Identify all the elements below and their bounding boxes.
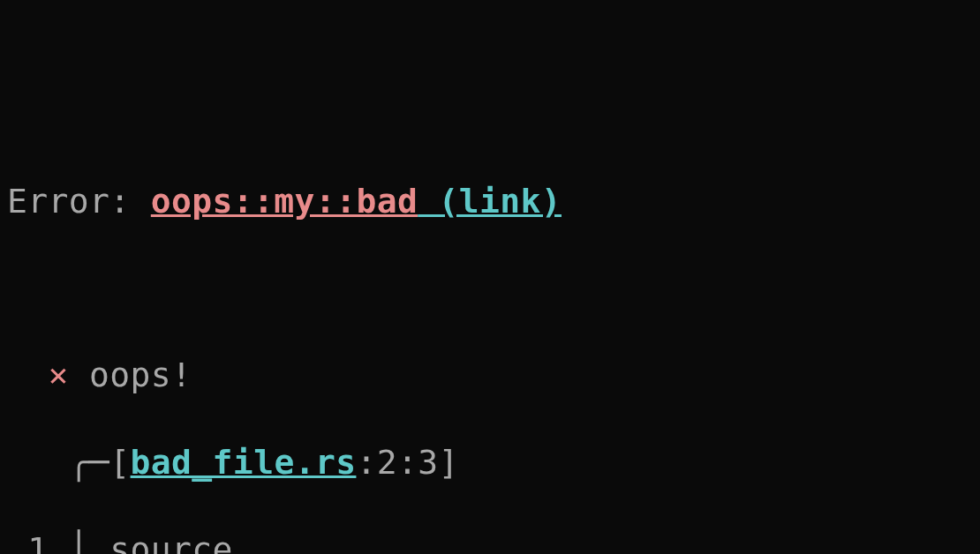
blank-line — [7, 266, 973, 310]
cross-icon: × — [49, 356, 69, 394]
source-location-line: ╭─[bad_file.rs:2:3] — [7, 441, 973, 484]
line-number-1: 1 — [27, 530, 48, 554]
error-link[interactable]: (link) — [418, 182, 562, 221]
source-col: 3 — [418, 443, 438, 482]
diagnostic-message: oops! — [89, 356, 192, 394]
error-label: Error: — [7, 182, 151, 221]
source-line: 2 — [377, 443, 397, 482]
box-side: │ — [69, 530, 89, 554]
source-line-1: 1 │ source — [7, 528, 973, 554]
bracket-close: ] — [438, 443, 458, 482]
box-top: ╭─ — [69, 443, 110, 482]
colon2: : — [397, 443, 418, 482]
source-text-1: source — [109, 530, 233, 554]
diagnostic-message-line: × oops! — [7, 354, 973, 397]
bracket-open: [ — [109, 443, 130, 482]
error-header: Error: oops::my::bad (link) — [7, 180, 973, 223]
colon1: : — [356, 443, 376, 482]
error-code[interactable]: oops::my::bad — [151, 182, 418, 221]
source-filename[interactable]: bad_file.rs — [131, 443, 357, 482]
